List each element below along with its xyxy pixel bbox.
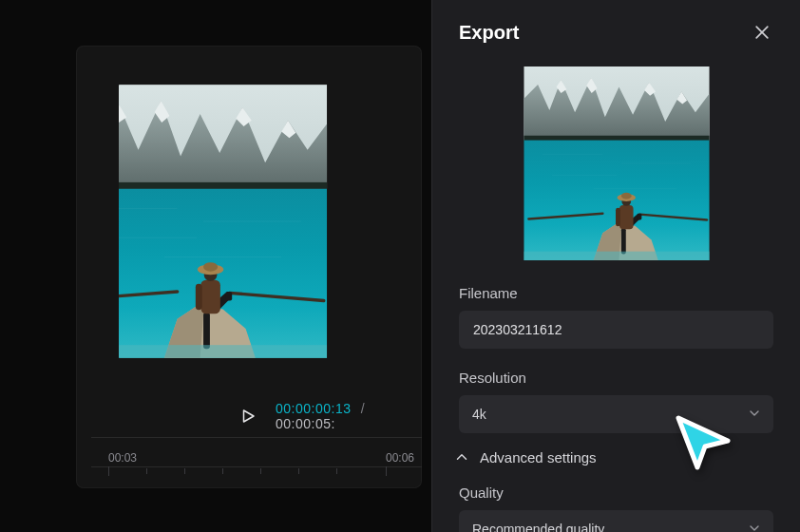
timeline-tick: [222, 468, 223, 474]
chevron-down-icon: [747, 406, 762, 424]
timecode-total: 00:00:05:: [276, 416, 335, 431]
transport-bar: 00:00:00:13 / 00:00:05:: [76, 401, 422, 431]
export-thumbnail: [495, 66, 738, 260]
resolution-field: Resolution 4k: [459, 370, 773, 433]
preview-thumbnail: [119, 84, 379, 359]
timeline-track: [91, 466, 422, 467]
timeline-ruler: 00:03 00:06: [91, 449, 422, 487]
timeline-tick: [184, 468, 185, 474]
filename-input[interactable]: [459, 311, 773, 349]
timeline-tick: [146, 468, 147, 474]
export-thumbnail-wrap: [459, 66, 773, 260]
resolution-label: Resolution: [459, 370, 773, 386]
quality-label: Quality: [459, 484, 773, 501]
quality-value: Recommended quality: [472, 522, 604, 532]
advanced-settings-toggle[interactable]: Advanced settings: [453, 448, 773, 466]
chevron-down-icon: [747, 521, 762, 533]
export-title: Export: [459, 22, 519, 44]
timeline-tick: [260, 468, 261, 474]
chevron-up-icon: [453, 448, 470, 466]
timeline-mark: 00:06: [386, 451, 414, 465]
filename-field: Filename: [459, 285, 773, 349]
filename-label: Filename: [459, 285, 773, 301]
timecode-separator: /: [355, 401, 371, 416]
timecode: 00:00:00:13 / 00:00:05:: [276, 401, 422, 431]
timeline[interactable]: 00:03 00:06: [91, 437, 422, 488]
play-icon[interactable]: [239, 408, 257, 425]
quality-select[interactable]: Recommended quality: [459, 510, 773, 532]
resolution-value: 4k: [472, 407, 486, 422]
export-panel: Export Filename Resolution 4k Advanced s…: [431, 0, 800, 532]
preview-stage: [76, 46, 422, 397]
export-header: Export: [459, 21, 773, 44]
timecode-current: 00:00:00:13: [276, 401, 351, 416]
preview-window: 00:00:00:13 / 00:00:05: 00:03 00:06: [76, 46, 422, 488]
timeline-tick: [298, 468, 299, 474]
quality-field: Quality Recommended quality: [459, 484, 773, 532]
timeline-tick: [336, 468, 337, 474]
advanced-settings-label: Advanced settings: [480, 449, 597, 466]
close-button[interactable]: [751, 21, 773, 44]
timeline-mark: 00:03: [108, 451, 137, 465]
timeline-tick: [108, 466, 109, 476]
resolution-select[interactable]: 4k: [459, 395, 773, 433]
timeline-tick: [386, 466, 387, 476]
